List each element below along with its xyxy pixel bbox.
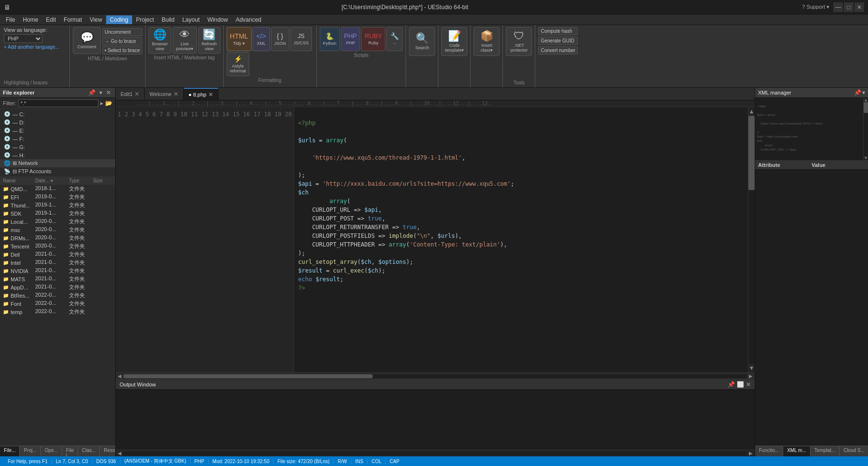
compute-hash-btn[interactable]: Compute hash bbox=[538, 27, 578, 35]
sidebar-pin-btn[interactable]: 📌 bbox=[87, 89, 97, 96]
sidebar-btab[interactable]: Clas... bbox=[78, 446, 100, 456]
file-row[interactable]: 📁NVIDIA2021-0...文件夹 bbox=[0, 267, 115, 275]
file-row[interactable]: 📁DRMs...2020-0...文件夹 bbox=[0, 234, 115, 242]
scroll-down-btn[interactable]: ▼ bbox=[748, 364, 755, 372]
file-row[interactable]: 📁MATS2021-0...文件夹 bbox=[0, 275, 115, 283]
refresh-view-btn[interactable]: 🔄 Refreshview bbox=[198, 27, 220, 54]
language-selector[interactable]: PHP bbox=[4, 34, 42, 43]
file-row[interactable]: 📁Intel2021-0...文件夹 bbox=[0, 259, 115, 267]
menu-item-edit[interactable]: Edit bbox=[42, 15, 60, 24]
output-scrollbar[interactable]: ◀ ▶ bbox=[116, 450, 755, 456]
net-protector-btn[interactable]: 🛡 .NETprotector bbox=[506, 27, 532, 56]
nav-item-c[interactable]: 💿— C: bbox=[0, 110, 115, 118]
file-row[interactable]: 📁EFI2019-0...文件夹 bbox=[0, 193, 115, 201]
menu-item-file[interactable]: File bbox=[2, 15, 19, 24]
filter-input[interactable] bbox=[18, 99, 99, 107]
tab-ttphp-close[interactable]: ✕ bbox=[208, 91, 213, 98]
json-btn[interactable]: { } JSON bbox=[271, 27, 289, 51]
scroll-left-btn[interactable]: ◀ bbox=[118, 373, 122, 379]
filter-folder-btn[interactable]: 📂 bbox=[105, 100, 112, 107]
php-btn[interactable]: PHP PHP bbox=[341, 27, 361, 51]
xml-btn[interactable]: </> XML bbox=[253, 27, 270, 51]
file-row[interactable]: 📁Local...2020-0...文件夹 bbox=[0, 218, 115, 226]
output-close-btn[interactable]: ✕ bbox=[746, 381, 751, 388]
sidebar-btab[interactable]: File l... bbox=[62, 446, 78, 456]
sidebar-close-btn[interactable]: ✕ bbox=[105, 89, 112, 96]
select-to-brace-btn[interactable]: • Select to brace bbox=[102, 46, 142, 55]
menu-item-build[interactable]: Build bbox=[158, 15, 178, 24]
sidebar-btab[interactable]: Reso... bbox=[100, 446, 116, 456]
nav-item-ftp[interactable]: 📡⊟ FTP Accounts bbox=[0, 167, 115, 176]
nav-item-g[interactable]: 💿— G: bbox=[0, 143, 115, 151]
nav-item-h[interactable]: 💿— H: bbox=[0, 151, 115, 159]
output-pin-btn[interactable]: 📌 bbox=[728, 381, 735, 388]
sidebar-btab[interactable]: Proj... bbox=[20, 446, 41, 456]
tab-edit1[interactable]: Edit1 ✕ bbox=[116, 88, 145, 100]
maximize-btn[interactable]: □ bbox=[844, 2, 854, 12]
file-row[interactable]: 📁temp2022-0...文件夹 bbox=[0, 308, 115, 316]
right-btab[interactable]: Templat... bbox=[811, 446, 840, 456]
scroll-thumb-v[interactable] bbox=[748, 116, 755, 190]
close-btn[interactable]: ✕ bbox=[854, 2, 864, 12]
search-btn[interactable]: 🔍 Search bbox=[409, 27, 435, 56]
menu-item-home[interactable]: Home bbox=[19, 15, 42, 24]
right-btab[interactable]: XML m... bbox=[783, 446, 811, 456]
menu-item-format[interactable]: Format bbox=[60, 15, 86, 24]
nav-item-f[interactable]: 💿— F: bbox=[0, 135, 115, 143]
astyle-btn[interactable]: ⚡ Astylereformat bbox=[227, 52, 250, 76]
tab-edit1-close[interactable]: ✕ bbox=[135, 91, 139, 97]
out-left-btn[interactable]: ◀ bbox=[118, 451, 122, 456]
sidebar-btab[interactable]: Ope... bbox=[41, 446, 62, 456]
code-template-btn[interactable]: 📝 Codetemplate▾ bbox=[441, 27, 467, 56]
editor-scrollbar-v[interactable]: ▲ ▼ bbox=[748, 107, 755, 372]
file-row[interactable]: 📁Dell2021-0...文件夹 bbox=[0, 250, 115, 259]
file-row[interactable]: 📁BtRes...2022-0...文件夹 bbox=[0, 291, 115, 300]
mini-scrollbar[interactable]: ▲ ▼ bbox=[863, 98, 868, 160]
sidebar-btab[interactable]: File... bbox=[0, 446, 20, 456]
goto-brace-btn[interactable]: → Go to brace bbox=[102, 37, 142, 45]
nav-item-d[interactable]: 💿— D: bbox=[0, 118, 115, 126]
browser-view-btn[interactable]: 🌐 Browserview bbox=[149, 27, 171, 54]
menu-item-advanced[interactable]: Advanced bbox=[232, 15, 265, 24]
html-tidy-btn[interactable]: HTML Tidy ▾ bbox=[227, 27, 252, 51]
output-float-btn[interactable]: ⬜ bbox=[737, 381, 744, 388]
editor-scrollbar-h[interactable]: ◀ ▶ bbox=[116, 372, 755, 379]
nav-item-e[interactable]: 💿— E: bbox=[0, 126, 115, 135]
right-btab[interactable]: Functio... bbox=[755, 446, 783, 456]
right-btab[interactable]: Cloud S... bbox=[840, 446, 868, 456]
minimize-btn[interactable]: — bbox=[833, 2, 843, 12]
xml-expand-btn[interactable]: ▾ bbox=[862, 89, 865, 96]
convert-number-btn[interactable]: Convert number bbox=[538, 46, 578, 55]
nav-item-network[interactable]: 🌐⊞ Network bbox=[0, 159, 115, 167]
file-row[interactable]: 📁QMD...2018-1...文件夹 bbox=[0, 185, 115, 193]
file-row[interactable]: 📁Font2022-0...文件夹 bbox=[0, 300, 115, 308]
comment-btn[interactable]: 💬 Comment bbox=[73, 27, 101, 54]
menu-item-view[interactable]: View bbox=[86, 15, 106, 24]
file-row[interactable]: 📁msc2020-0...文件夹 bbox=[0, 226, 115, 234]
python-btn[interactable]: 🐍 Python bbox=[320, 27, 340, 51]
mini-scroll-down[interactable]: ▼ bbox=[864, 156, 868, 160]
extra-scripts-btn[interactable]: 🔧 ··· bbox=[386, 27, 403, 51]
menu-item-coding[interactable]: Coding bbox=[106, 15, 132, 24]
tab-welcome[interactable]: Welcome ✕ bbox=[145, 88, 184, 100]
tab-welcome-close[interactable]: ✕ bbox=[174, 91, 178, 97]
sidebar-expand-btn[interactable]: ▾ bbox=[98, 89, 104, 96]
jscss-btn[interactable]: JS JS/CSS bbox=[290, 27, 312, 51]
file-row[interactable]: 📁AppD...2021-0...文件夹 bbox=[0, 283, 115, 291]
mini-scroll-up[interactable]: ▲ bbox=[864, 98, 868, 102]
scroll-up-btn[interactable]: ▲ bbox=[748, 107, 755, 116]
scroll-right-btn[interactable]: ▶ bbox=[749, 373, 753, 379]
file-row[interactable]: 📁Tencent2020-0...文件夹 bbox=[0, 242, 115, 250]
menu-item-project[interactable]: Project bbox=[132, 15, 158, 24]
uncomment-btn[interactable]: Uncomment bbox=[102, 28, 142, 36]
out-right-btn[interactable]: ▶ bbox=[749, 451, 753, 456]
scroll-thumb-h[interactable] bbox=[123, 374, 373, 378]
generate-guid-btn[interactable]: Generate GUID bbox=[538, 37, 578, 45]
tab-ttphp[interactable]: ● tt.php ✕ bbox=[184, 88, 218, 100]
live-preview-btn[interactable]: 👁 Livepreview▾ bbox=[173, 27, 197, 54]
filter-expand-btn[interactable]: ▸ bbox=[100, 100, 103, 107]
scroll-track-h[interactable] bbox=[123, 374, 747, 378]
add-language-btn[interactable]: + Add another language... bbox=[4, 44, 66, 50]
file-row[interactable]: 📁Thund...2019-1...文件夹 bbox=[0, 201, 115, 209]
xml-pin-btn[interactable]: 📌 bbox=[854, 89, 861, 96]
